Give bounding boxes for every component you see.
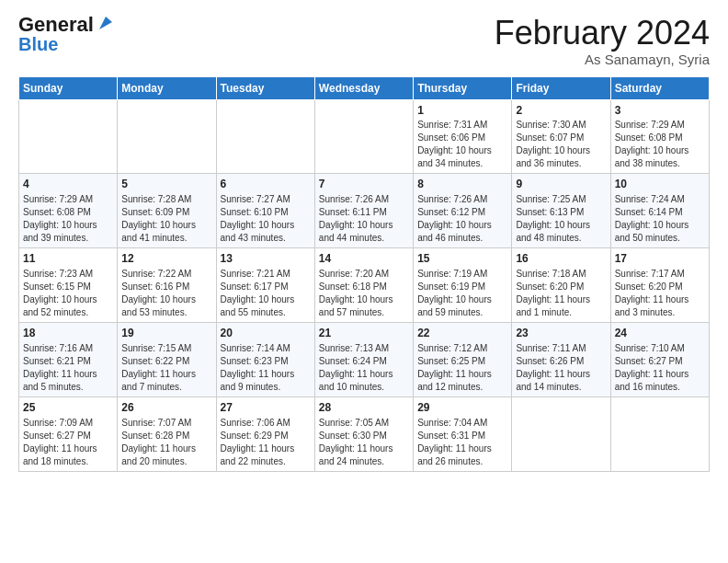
day-info: Sunrise: 7:20 AMSunset: 6:18 PMDaylight:… [319, 268, 409, 319]
calendar-table: SundayMondayTuesdayWednesdayThursdayFrid… [18, 76, 710, 472]
calendar-cell [216, 99, 314, 174]
day-number: 20 [221, 326, 311, 341]
day-number: 3 [615, 103, 705, 119]
calendar-cell: 27Sunrise: 7:06 AMSunset: 6:29 PMDayligh… [216, 396, 314, 471]
day-number: 13 [221, 251, 311, 267]
day-number: 17 [615, 251, 705, 267]
calendar-cell: 26Sunrise: 7:07 AMSunset: 6:28 PMDayligh… [118, 396, 216, 471]
day-number: 15 [417, 251, 507, 267]
day-number: 26 [121, 400, 211, 416]
day-info: Sunrise: 7:15 AMSunset: 6:22 PMDaylight:… [121, 342, 211, 394]
day-header-saturday: Saturday [610, 76, 709, 99]
calendar-cell: 28Sunrise: 7:05 AMSunset: 6:30 PMDayligh… [314, 396, 413, 471]
logo: General Blue [18, 15, 116, 54]
day-header-friday: Friday [512, 76, 610, 99]
calendar-cell [512, 396, 610, 471]
day-header-thursday: Thursday [414, 76, 512, 99]
day-info: Sunrise: 7:23 AMSunset: 6:15 PMDaylight:… [23, 268, 113, 319]
day-number: 5 [121, 177, 211, 192]
day-number: 4 [23, 177, 113, 192]
day-info: Sunrise: 7:29 AMSunset: 6:08 PMDaylight:… [615, 119, 705, 170]
day-info: Sunrise: 7:12 AMSunset: 6:25 PMDaylight:… [417, 342, 507, 394]
day-info: Sunrise: 7:18 AMSunset: 6:20 PMDaylight:… [516, 268, 606, 319]
day-info: Sunrise: 7:31 AMSunset: 6:06 PMDaylight:… [417, 119, 507, 170]
calendar-cell: 18Sunrise: 7:16 AMSunset: 6:21 PMDayligh… [19, 322, 118, 396]
day-info: Sunrise: 7:24 AMSunset: 6:14 PMDaylight:… [615, 193, 705, 245]
week-row-0: 1Sunrise: 7:31 AMSunset: 6:06 PMDaylight… [19, 99, 710, 174]
calendar-cell: 8Sunrise: 7:26 AMSunset: 6:12 PMDaylight… [414, 174, 512, 248]
day-number: 10 [615, 177, 705, 192]
calendar-body: 1Sunrise: 7:31 AMSunset: 6:06 PMDaylight… [19, 99, 710, 471]
calendar-cell: 21Sunrise: 7:13 AMSunset: 6:24 PMDayligh… [314, 322, 413, 396]
calendar-cell: 6Sunrise: 7:27 AMSunset: 6:10 PMDaylight… [216, 174, 314, 248]
day-info: Sunrise: 7:19 AMSunset: 6:19 PMDaylight:… [417, 268, 507, 319]
day-info: Sunrise: 7:04 AMSunset: 6:31 PMDaylight:… [417, 417, 507, 468]
logo-blue: Blue [18, 34, 58, 54]
day-info: Sunrise: 7:26 AMSunset: 6:11 PMDaylight:… [319, 193, 409, 245]
day-info: Sunrise: 7:14 AMSunset: 6:23 PMDaylight:… [221, 342, 311, 394]
calendar-cell: 10Sunrise: 7:24 AMSunset: 6:14 PMDayligh… [610, 174, 709, 248]
day-info: Sunrise: 7:26 AMSunset: 6:12 PMDaylight:… [417, 193, 507, 245]
day-number: 29 [417, 400, 507, 416]
day-header-tuesday: Tuesday [216, 76, 314, 99]
subtitle: As Sanamayn, Syria [495, 52, 710, 67]
day-info: Sunrise: 7:22 AMSunset: 6:16 PMDaylight:… [121, 268, 211, 319]
day-info: Sunrise: 7:05 AMSunset: 6:30 PMDaylight:… [319, 417, 409, 468]
day-number: 1 [417, 103, 507, 119]
day-number: 16 [516, 251, 606, 267]
week-row-1: 4Sunrise: 7:29 AMSunset: 6:08 PMDaylight… [19, 174, 710, 248]
calendar-cell: 15Sunrise: 7:19 AMSunset: 6:19 PMDayligh… [414, 248, 512, 323]
day-number: 12 [121, 251, 211, 267]
calendar-cell: 17Sunrise: 7:17 AMSunset: 6:20 PMDayligh… [610, 248, 709, 323]
logo-icon [96, 13, 116, 33]
week-row-2: 11Sunrise: 7:23 AMSunset: 6:15 PMDayligh… [19, 248, 710, 323]
calendar-cell: 7Sunrise: 7:26 AMSunset: 6:11 PMDaylight… [314, 174, 413, 248]
main-title: February 2024 [495, 15, 710, 52]
calendar-cell: 12Sunrise: 7:22 AMSunset: 6:16 PMDayligh… [118, 248, 216, 323]
header: General Blue February 2024 As Sanamayn, … [18, 15, 710, 67]
calendar-cell [314, 99, 413, 174]
day-info: Sunrise: 7:11 AMSunset: 6:26 PMDaylight:… [516, 342, 606, 394]
title-block: February 2024 As Sanamayn, Syria [495, 15, 710, 67]
day-number: 2 [516, 103, 606, 119]
calendar-cell: 23Sunrise: 7:11 AMSunset: 6:26 PMDayligh… [512, 322, 610, 396]
calendar-cell: 1Sunrise: 7:31 AMSunset: 6:06 PMDaylight… [414, 99, 512, 174]
day-info: Sunrise: 7:30 AMSunset: 6:07 PMDaylight:… [516, 119, 606, 170]
day-number: 21 [319, 326, 409, 341]
day-number: 9 [516, 177, 606, 192]
calendar-cell: 16Sunrise: 7:18 AMSunset: 6:20 PMDayligh… [512, 248, 610, 323]
day-info: Sunrise: 7:13 AMSunset: 6:24 PMDaylight:… [319, 342, 409, 394]
calendar-cell: 5Sunrise: 7:28 AMSunset: 6:09 PMDaylight… [118, 174, 216, 248]
calendar-cell: 14Sunrise: 7:20 AMSunset: 6:18 PMDayligh… [314, 248, 413, 323]
day-info: Sunrise: 7:29 AMSunset: 6:08 PMDaylight:… [23, 193, 113, 245]
day-number: 7 [319, 177, 409, 192]
page: General Blue February 2024 As Sanamayn, … [0, 0, 728, 481]
calendar-cell: 22Sunrise: 7:12 AMSunset: 6:25 PMDayligh… [414, 322, 512, 396]
day-number: 8 [417, 177, 507, 192]
day-info: Sunrise: 7:16 AMSunset: 6:21 PMDaylight:… [23, 342, 113, 394]
day-info: Sunrise: 7:25 AMSunset: 6:13 PMDaylight:… [516, 193, 606, 245]
calendar-cell [610, 396, 709, 471]
calendar-cell [118, 99, 216, 174]
day-number: 18 [23, 326, 113, 341]
day-number: 19 [121, 326, 211, 341]
day-info: Sunrise: 7:09 AMSunset: 6:27 PMDaylight:… [23, 417, 113, 468]
day-number: 11 [23, 251, 113, 267]
day-number: 25 [23, 400, 113, 416]
svg-marker-0 [99, 17, 112, 29]
calendar-cell: 13Sunrise: 7:21 AMSunset: 6:17 PMDayligh… [216, 248, 314, 323]
calendar-cell: 11Sunrise: 7:23 AMSunset: 6:15 PMDayligh… [19, 248, 118, 323]
day-info: Sunrise: 7:10 AMSunset: 6:27 PMDaylight:… [615, 342, 705, 394]
logo-general: General [18, 15, 94, 35]
day-info: Sunrise: 7:07 AMSunset: 6:28 PMDaylight:… [121, 417, 211, 468]
day-number: 24 [615, 326, 705, 341]
day-header-monday: Monday [118, 76, 216, 99]
day-info: Sunrise: 7:21 AMSunset: 6:17 PMDaylight:… [221, 268, 311, 319]
day-number: 27 [221, 400, 311, 416]
calendar-cell: 19Sunrise: 7:15 AMSunset: 6:22 PMDayligh… [118, 322, 216, 396]
day-info: Sunrise: 7:27 AMSunset: 6:10 PMDaylight:… [221, 193, 311, 245]
calendar-cell: 24Sunrise: 7:10 AMSunset: 6:27 PMDayligh… [610, 322, 709, 396]
day-number: 14 [319, 251, 409, 267]
day-header-wednesday: Wednesday [314, 76, 413, 99]
day-number: 23 [516, 326, 606, 341]
